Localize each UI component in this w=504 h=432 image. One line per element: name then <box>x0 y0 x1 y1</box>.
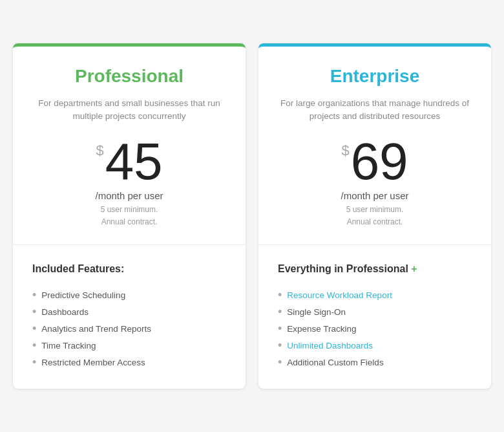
enterprise-features: Everything in Professional + Resource Wo… <box>258 245 491 389</box>
professional-card: Professional For departments and small b… <box>13 43 246 389</box>
enterprise-features-title: Everything in Professional + <box>278 263 472 275</box>
list-item: Analytics and Trend Reports <box>32 320 226 337</box>
list-item: Predictive Scheduling <box>32 286 226 303</box>
professional-price-row: $ 45 <box>32 136 226 188</box>
professional-features: Included Features: Predictive Scheduling… <box>13 245 246 389</box>
professional-features-list: Predictive Scheduling Dashboards Analyti… <box>32 286 226 371</box>
professional-period: /month per user <box>32 190 226 201</box>
enterprise-price-row: $ 69 <box>278 136 472 188</box>
enterprise-features-list: Resource Workload Report Single Sign-On … <box>278 286 472 371</box>
enterprise-card: Enterprise For large organizations that … <box>258 43 491 389</box>
enterprise-note: 5 user minimum. Annual contract. <box>278 204 472 228</box>
list-item: Restricted Member Access <box>32 354 226 371</box>
enterprise-price: 69 <box>351 136 408 188</box>
professional-note: 5 user minimum. Annual contract. <box>32 204 226 228</box>
professional-currency: $ <box>96 142 103 159</box>
professional-plan-name: Professional <box>32 66 226 87</box>
professional-description: For departments and small businesses tha… <box>32 97 226 124</box>
list-item: Dashboards <box>32 303 226 320</box>
list-item: Time Tracking <box>32 337 226 354</box>
list-item: Single Sign-On <box>278 303 472 320</box>
professional-price: 45 <box>105 136 163 188</box>
enterprise-period: /month per user <box>278 190 472 201</box>
professional-features-title: Included Features: <box>32 263 226 275</box>
enterprise-currency: $ <box>341 142 349 159</box>
list-item: Unlimited Dashboards <box>278 337 472 354</box>
pricing-container: Professional For departments and small b… <box>0 30 504 402</box>
list-item: Additional Custom Fields <box>278 354 472 371</box>
enterprise-plan-name: Enterprise <box>278 66 472 87</box>
list-item: Expense Tracking <box>278 320 472 337</box>
enterprise-description: For large organizations that manage hund… <box>278 97 472 124</box>
professional-top: Professional For departments and small b… <box>13 47 246 246</box>
list-item: Resource Workload Report <box>278 286 472 303</box>
enterprise-top: Enterprise For large organizations that … <box>258 47 491 246</box>
